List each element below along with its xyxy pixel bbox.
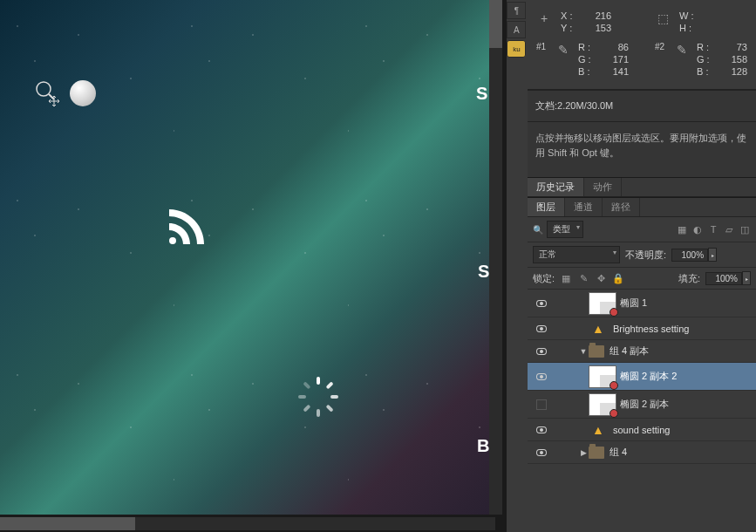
opacity-stepper[interactable]: ▸ (708, 248, 717, 262)
lock-transparency-icon[interactable]: ▦ (560, 272, 572, 284)
layer-name[interactable]: 椭圆 2 副本 2 (620, 370, 753, 383)
layer-name[interactable]: sound setting (613, 425, 753, 435)
disclosure-triangle[interactable]: ▼ (578, 347, 589, 356)
visibility-toggle[interactable] (536, 373, 547, 380)
eyedropper-icon: ✎ (674, 42, 690, 58)
visibility-toggle[interactable] (536, 449, 547, 456)
scroll-thumb[interactable] (489, 0, 502, 48)
svg-rect-7 (303, 381, 310, 389)
svg-rect-6 (298, 395, 306, 399)
move-cursor-icon (35, 80, 61, 112)
sampler1-r: 86 (601, 42, 629, 52)
character-panel-icon[interactable]: A (507, 21, 526, 38)
document-canvas[interactable]: S S B (0, 0, 495, 515)
sampler1-g: 171 (601, 54, 629, 65)
scroll-thumb[interactable] (0, 517, 135, 530)
sampler2-r: 73 (719, 42, 747, 52)
visibility-toggle[interactable] (536, 348, 547, 355)
h-value (702, 23, 730, 33)
x-value: 216 (583, 10, 611, 21)
layer-name[interactable]: 组 4 (610, 446, 753, 459)
canvas-area: S S B (0, 0, 507, 532)
fill-input[interactable]: 100% (705, 272, 742, 285)
visibility-toggle[interactable] (536, 399, 547, 410)
slice-label-s: S (476, 84, 487, 104)
disclosure-triangle[interactable]: ▶ (578, 448, 589, 457)
layer-name[interactable]: 椭圆 1 (620, 297, 753, 310)
right-panel: + X :216 Y :153 ⬚ W : H : #1 ✎ R :86 (528, 0, 756, 532)
svg-rect-5 (303, 404, 310, 412)
slice-label-s: S (478, 262, 489, 282)
vertical-scrollbar[interactable] (489, 0, 502, 515)
sampler2-b: 128 (719, 66, 747, 77)
filter-adjust-icon[interactable]: ◐ (691, 223, 704, 235)
svg-line-9 (49, 94, 54, 99)
tab-history[interactable]: 历史记录 (528, 178, 584, 196)
layer-thumbnail[interactable] (589, 292, 616, 315)
eyedropper-icon: ✎ (555, 42, 571, 58)
ellipse-shape[interactable] (70, 80, 96, 106)
layer-row-group[interactable]: ▼ 组 4 副本 (528, 340, 756, 363)
layer-row-selected[interactable]: 椭圆 2 副本 2 (528, 363, 756, 391)
tab-actions[interactable]: 动作 (584, 178, 622, 196)
layer-thumbnail[interactable] (589, 393, 616, 416)
layer-row[interactable]: ▲ Brightness setting (528, 317, 756, 340)
x-label: X : (561, 10, 576, 21)
tab-channels[interactable]: 通道 (565, 198, 603, 216)
w-label: W : (679, 10, 695, 21)
layer-thumbnail[interactable] (589, 365, 616, 388)
visibility-toggle[interactable] (536, 325, 547, 332)
adjustment-layer-icon: ▲ (589, 320, 608, 338)
paragraph-panel-icon[interactable]: ¶ (507, 2, 526, 19)
svg-rect-0 (317, 377, 320, 385)
layer-name[interactable]: 椭圆 2 副本 (620, 398, 753, 411)
sampler-1-id: #1 (536, 42, 548, 51)
w-value (702, 10, 730, 21)
horizontal-scrollbar[interactable] (0, 517, 495, 530)
blend-mode-select[interactable]: 正常 (533, 246, 620, 263)
svg-rect-1 (325, 381, 333, 389)
lock-all-icon[interactable]: 🔒 (612, 272, 624, 284)
filter-image-icon[interactable]: ▦ (676, 223, 688, 235)
sampler1-b: 141 (601, 66, 629, 77)
tab-paths[interactable]: 路径 (603, 198, 640, 216)
visibility-toggle[interactable] (536, 300, 547, 307)
info-panel: + X :216 Y :153 ⬚ W : H : #1 ✎ R :86 (528, 0, 756, 90)
sampler2-g: 158 (719, 54, 747, 65)
filter-smart-icon[interactable]: ◫ (739, 223, 751, 235)
visibility-toggle[interactable] (536, 426, 547, 433)
tool-hint-text: 点按并拖移以移动图层或选区。要用附加选项，使用 Shift 和 Opt 键。 (528, 122, 756, 177)
lock-move-icon[interactable]: ✥ (595, 272, 607, 284)
layer-name[interactable]: 组 4 副本 (610, 344, 753, 358)
opacity-input[interactable]: 100% (671, 249, 708, 262)
layers-panel-tabs: 图层 通道 路径 (528, 197, 756, 217)
lock-label: 锁定: (533, 272, 555, 285)
fill-stepper[interactable]: ▸ (742, 271, 751, 285)
sampler-2-id: #2 (655, 42, 667, 51)
lock-paint-icon[interactable]: ✎ (577, 272, 589, 284)
folder-icon (589, 345, 604, 358)
layer-row[interactable]: 椭圆 1 (528, 290, 756, 317)
svg-rect-2 (330, 395, 338, 399)
h-label: H : (679, 23, 695, 33)
layers-list: 椭圆 1 ▲ Brightness setting ▼ 组 4 副本 椭圆 2 … (528, 290, 756, 532)
collapsed-panel-strip: ¶ A ku (507, 0, 528, 532)
filter-type-icon[interactable]: T (707, 223, 719, 235)
document-size-info: 文档:2.20M/30.0M (528, 90, 756, 122)
dimensions-icon: ⬚ (655, 10, 671, 26)
layer-row-group[interactable]: ▶ 组 4 (528, 441, 756, 464)
adjustment-layer-icon: ▲ (589, 421, 608, 439)
layer-row[interactable]: 椭圆 2 副本 (528, 391, 756, 419)
rss-icon[interactable] (162, 202, 204, 244)
tab-layers[interactable]: 图层 (528, 198, 565, 216)
svg-rect-3 (325, 404, 333, 412)
kuler-panel-icon[interactable]: ku (507, 40, 526, 58)
layers-panel: 🔍 类型 ▦ ◐ T ▱ ◫ 正常 不透明度: 100%▸ 锁定: ▦ ✎ ✥ … (528, 217, 756, 532)
layer-row[interactable]: ▲ sound setting (528, 419, 756, 441)
filter-shape-icon[interactable]: ▱ (723, 223, 735, 235)
layer-filter-kind[interactable]: 类型 (547, 221, 583, 238)
history-panel-tabs: 历史记录 动作 (528, 177, 756, 197)
loading-spinner-icon[interactable] (296, 375, 340, 419)
layer-name[interactable]: Brightness setting (613, 324, 753, 334)
y-value: 153 (583, 23, 611, 33)
